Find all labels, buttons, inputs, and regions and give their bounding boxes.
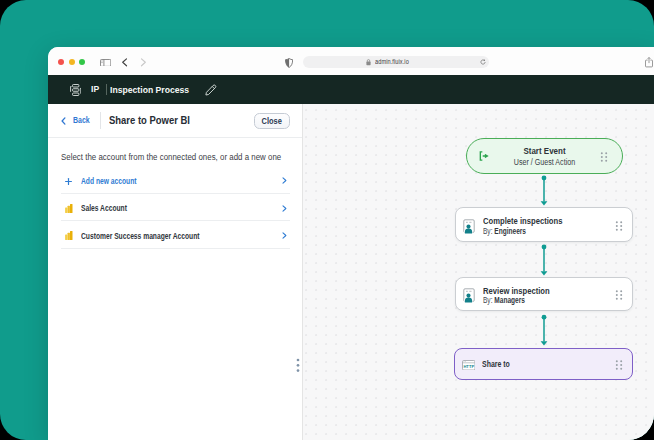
account-list: Add new account Sales Account — [61, 167, 290, 249]
task-user-icon — [463, 219, 475, 234]
node-title: Complete inspections — [483, 216, 562, 226]
node-review-inspection[interactable]: Review inspection By: Managers — [455, 277, 633, 311]
back-chevron-icon[interactable] — [61, 117, 66, 125]
drag-handle-dots — [616, 221, 622, 230]
by-prefix: By: — [483, 296, 492, 305]
assignee-name: Engineers — [494, 227, 526, 236]
drag-handle-icon[interactable] — [615, 290, 623, 300]
node-start-event[interactable]: Start Event User / Guest Action — [466, 138, 623, 174]
workflow-title: Inspection Process — [110, 75, 189, 104]
forward-icon[interactable] — [140, 58, 147, 67]
drag-handle-dots — [616, 360, 622, 369]
url-text: admin.fluix.io — [375, 56, 409, 68]
workflow-initials: IP — [91, 75, 99, 104]
node-share-to[interactable]: HTTP Share to — [454, 348, 633, 380]
add-account-row[interactable]: Add new account — [61, 167, 290, 194]
by-prefix: By: — [483, 227, 492, 236]
drag-handle-icon[interactable] — [600, 152, 608, 162]
workflow-logo-icon — [70, 84, 81, 96]
account-label: Sales Account — [81, 195, 127, 221]
node-title: Share to — [482, 349, 510, 381]
node-subtitle: By: Managers — [483, 296, 525, 305]
sidebar-toggle-icon[interactable] — [100, 59, 111, 67]
share-panel: Back Share to Power BI Close Select the … — [48, 104, 302, 440]
drag-handle-dots — [600, 152, 606, 161]
refresh-icon[interactable] — [480, 59, 486, 65]
node-subtitle: User / Guest Action — [478, 157, 610, 167]
address-bar[interactable]: admin.fluix.io — [303, 56, 489, 68]
browser-chrome: admin.fluix.io — [48, 47, 654, 75]
http-badge-label: HTTP — [463, 363, 474, 368]
lock-icon — [366, 59, 371, 66]
powerbi-icon — [65, 204, 73, 213]
traffic-light-minimize[interactable] — [69, 59, 75, 65]
node-title: Start Event — [474, 146, 614, 156]
privacy-shield-icon[interactable] — [285, 58, 293, 68]
app-header: IP Inspection Process — [48, 75, 654, 104]
traffic-light-close[interactable] — [58, 59, 64, 65]
panel-description: Select the account from the connected on… — [61, 152, 281, 162]
header-vertical-divider — [100, 112, 101, 129]
chevron-right-icon — [282, 177, 287, 184]
panel-title: Share to Power BI — [109, 104, 190, 138]
back-button[interactable]: Back — [73, 104, 90, 138]
browser-window: admin.fluix.io — [48, 47, 654, 440]
account-label: Customer Success manager Account — [81, 223, 200, 249]
back-icon[interactable] — [121, 58, 128, 67]
drag-handle-dots — [616, 291, 622, 300]
account-row-sales[interactable]: Sales Account — [61, 194, 290, 221]
node-complete-inspections[interactable]: Complete inspections By: Engineers — [455, 207, 633, 241]
close-button-label: Close — [262, 114, 282, 128]
edit-pencil-icon[interactable] — [205, 84, 217, 96]
connector-arrow — [537, 313, 551, 349]
node-title: Review inspection — [483, 286, 550, 296]
hero-canvas: admin.fluix.io — [0, 0, 654, 440]
connector-arrow — [537, 172, 551, 208]
drag-handle-icon[interactable] — [615, 221, 623, 231]
node-subtitle: By: Engineers — [483, 227, 526, 236]
assignee-name: Managers — [494, 296, 525, 305]
plus-icon — [65, 178, 72, 185]
panel-resize-handle[interactable] — [296, 358, 300, 372]
drag-handle-icon[interactable] — [615, 360, 623, 370]
connector-arrow — [537, 243, 551, 279]
powerbi-icon — [65, 231, 73, 240]
chevron-right-icon — [282, 205, 287, 212]
close-button[interactable]: Close — [254, 113, 290, 129]
workflow-logo-strokes — [71, 84, 81, 95]
header-separator — [106, 84, 107, 95]
account-row-csm[interactable]: Customer Success manager Account — [61, 221, 290, 248]
chevron-right-icon — [282, 232, 287, 239]
task-user-icon — [463, 288, 475, 303]
traffic-light-zoom[interactable] — [79, 59, 85, 65]
add-account-label: Add new account — [81, 168, 136, 194]
share-icon[interactable] — [645, 57, 653, 68]
panel-header: Back Share to Power BI Close — [48, 104, 302, 138]
http-icon: HTTP — [462, 360, 476, 371]
